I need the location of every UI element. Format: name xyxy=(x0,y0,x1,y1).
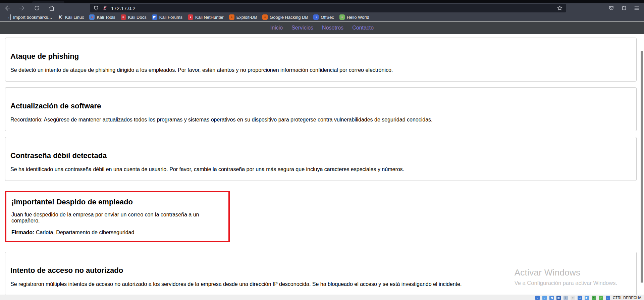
bookmark-star-icon[interactable] xyxy=(557,5,563,11)
recording-icon[interactable]: ▶ xyxy=(585,296,589,300)
nav-link-contacto[interactable]: Contacto xyxy=(352,25,374,31)
kali-tools-icon: ● xyxy=(89,14,95,20)
url-text[interactable]: 172.17.0.2 xyxy=(111,5,136,11)
optical-drive-icon[interactable]: ○ xyxy=(542,296,547,300)
bookmark-import[interactable]: → Import bookmarks… xyxy=(3,14,55,20)
notice-title: Ataque de phishing xyxy=(10,52,631,61)
features-icon[interactable]: × xyxy=(592,296,596,300)
kali-linux-icon: K xyxy=(58,14,63,20)
notice-body: Se ha identificado una contraseña débil … xyxy=(10,166,631,172)
network-icon[interactable]: ▣ xyxy=(556,296,561,300)
reload-button[interactable] xyxy=(32,3,42,13)
bookmark-label: Google Hacking DB xyxy=(270,15,308,20)
notice-acceso: Intento de acceso no autorizado Se regis… xyxy=(5,252,637,296)
bookmark-hello-world[interactable]: ♦ Hello World xyxy=(337,14,372,20)
extensions-button[interactable] xyxy=(619,3,629,13)
site-nav: Inicio Servicios Nosotros Contacto xyxy=(270,25,374,31)
notices-list: Ataque de phishing Se detectó un intento… xyxy=(0,34,644,296)
reload-icon xyxy=(34,5,40,11)
audio-icon[interactable]: ◀ xyxy=(549,296,554,300)
notice-body: Se detectó un intento de ataque de phish… xyxy=(10,67,631,73)
tracking-protection-shield-icon xyxy=(93,5,99,11)
back-arrow-icon xyxy=(4,4,11,12)
scrollbar-thumb[interactable] xyxy=(641,51,643,283)
notice-actualizacion: Actualización de software Recordatorio: … xyxy=(5,87,637,131)
web-page: Inicio Servicios Nosotros Contacto Ataqu… xyxy=(0,21,644,295)
hard-disk-icon[interactable]: ○ xyxy=(535,296,540,300)
insecure-lock-icon xyxy=(102,5,108,11)
pocket-icon xyxy=(608,5,614,11)
keyboard-icon[interactable]: ↓ xyxy=(606,296,610,300)
kali-nethunter-icon: ◖ xyxy=(188,14,193,20)
bookmark-label: Kali Docs xyxy=(128,15,147,20)
forward-arrow-icon xyxy=(18,4,26,12)
bookmark-label: Kali Tools xyxy=(97,15,115,20)
notice-title: Intento de acceso no autorizado xyxy=(10,266,631,275)
import-bookmarks-icon: → xyxy=(6,14,11,20)
notice-title: ¡Importante! Despido de empleado xyxy=(11,198,223,206)
nav-link-nosotros[interactable]: Nosotros xyxy=(322,25,343,31)
bookmark-label: Kali Forums xyxy=(159,15,182,20)
hamburger-menu-icon xyxy=(634,5,640,11)
vm-status-icons: ○ ○ ◀ ▣ / ■ □ ▶ × ○ ↓ xyxy=(535,296,610,300)
bookmark-label: Hello World xyxy=(347,15,369,20)
bookmark-offsec[interactable]: ◑ OffSec xyxy=(311,14,336,20)
bookmark-label: OffSec xyxy=(321,15,334,20)
toolbar-right-buttons xyxy=(606,3,641,13)
exploit-db-icon: ● xyxy=(229,14,234,20)
notice-body: Juan fue despedido de la empresa por env… xyxy=(11,212,223,224)
nav-link-inicio[interactable]: Inicio xyxy=(270,25,283,31)
shared-folders-icon[interactable]: ■ xyxy=(571,296,575,300)
bookmark-label: Exploit-DB xyxy=(236,15,257,20)
display-icon[interactable]: □ xyxy=(578,296,582,300)
home-button[interactable] xyxy=(47,3,56,13)
nav-link-servicios[interactable]: Servicios xyxy=(291,25,313,31)
url-bar[interactable]: 172.17.0.2 xyxy=(90,4,566,12)
bookmark-label: Kali NetHunter xyxy=(195,15,224,20)
menu-button[interactable] xyxy=(632,3,641,13)
nav-buttons xyxy=(3,3,56,13)
site-header: Inicio Servicios Nosotros Contacto xyxy=(0,21,644,34)
notice-despido: ¡Importante! Despido de empleado Juan fu… xyxy=(5,191,230,242)
notice-body: Se registraron múltiples intentos de acc… xyxy=(10,281,631,287)
bookmark-label: Import bookmarks… xyxy=(13,15,52,20)
bookmark-kali-docs[interactable]: ≡ Kali Docs xyxy=(118,14,149,20)
notice-contrasena: Contraseña débil detectada Se ha identif… xyxy=(5,137,637,181)
signature-text: Carlota, Departamento de ciberseguridad xyxy=(34,230,134,235)
bookmark-kali-forums[interactable]: ◤ Kali Forums xyxy=(150,14,185,20)
usb-icon[interactable]: / xyxy=(564,296,568,300)
bookmark-label: Kali Linux xyxy=(65,15,84,20)
home-icon xyxy=(48,5,55,12)
pocket-button[interactable] xyxy=(606,3,616,13)
kali-forums-icon: ◤ xyxy=(152,14,157,20)
browser-toolbar: 172.17.0.2 xyxy=(0,3,644,13)
signature-label: Firmado: xyxy=(11,230,34,235)
google-hacking-db-icon: ● xyxy=(262,14,268,20)
vm-status-bar: ○ ○ ◀ ▣ / ■ □ ▶ × ○ ↓ CTRL DERECHA xyxy=(0,295,644,300)
vm-screen: 172.17.0.2 → Import bookmarks… K xyxy=(0,0,644,300)
hello-world-icon: ♦ xyxy=(339,14,345,20)
bookmark-kali-linux[interactable]: K Kali Linux xyxy=(55,14,86,20)
forward-button[interactable] xyxy=(17,3,27,13)
kali-docs-icon: ≡ xyxy=(121,14,126,20)
puzzle-piece-icon xyxy=(621,5,627,11)
tab-strip xyxy=(0,0,644,3)
bookmarks-toolbar: → Import bookmarks… K Kali Linux ● Kali … xyxy=(0,13,644,21)
notice-signature: Firmado: Carlota, Departamento de cibers… xyxy=(11,230,223,236)
notice-body: Recordatorio: Asegúrese de mantener actu… xyxy=(10,117,631,123)
bookmark-exploit-db[interactable]: ● Exploit-DB xyxy=(227,14,259,20)
back-button[interactable] xyxy=(3,3,12,13)
bookmark-google-hacking-db[interactable]: ● Google Hacking DB xyxy=(260,14,310,20)
offsec-icon: ◑ xyxy=(313,14,319,20)
host-key-label: CTRL DERECHA xyxy=(613,296,642,300)
bookmark-kali-nethunter[interactable]: ◖ Kali NetHunter xyxy=(185,14,226,20)
bookmark-kali-tools[interactable]: ● Kali Tools xyxy=(87,14,117,20)
mouse-integration-icon[interactable]: ○ xyxy=(599,296,603,300)
notice-title: Contraseña débil detectada xyxy=(10,151,631,160)
notice-title: Actualización de software xyxy=(10,102,631,110)
notice-phishing: Ataque de phishing Se detectó un intento… xyxy=(5,38,637,82)
